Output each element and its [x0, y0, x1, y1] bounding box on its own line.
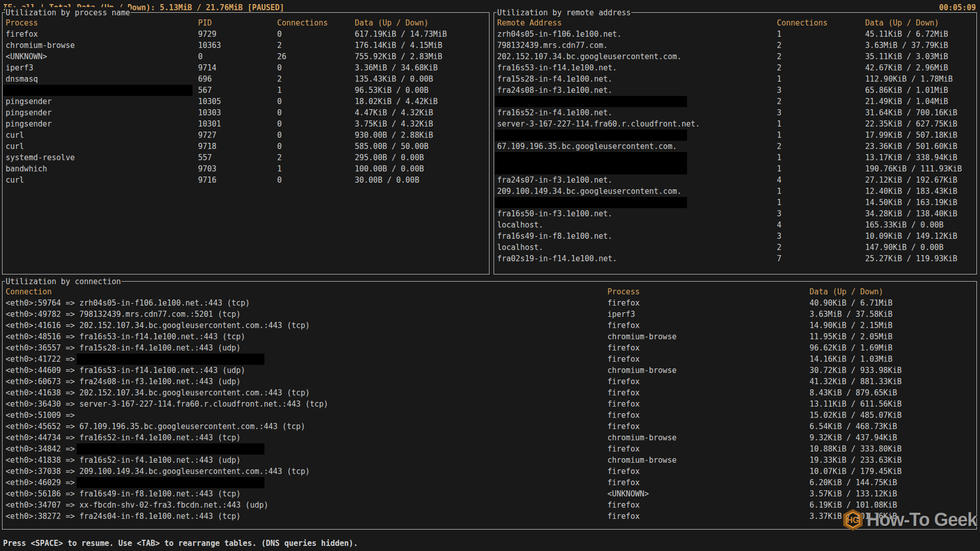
data-up-down: 14.90KiB / 2.15MiB [810, 320, 976, 331]
pid-value: 9727 [198, 130, 277, 141]
redaction-box [77, 477, 264, 488]
table-row: pingsender1030103.75KiB / 4.32KiB [3, 118, 489, 130]
column-header-data: Data (Up / Down) [865, 17, 976, 29]
process-name: firefox [607, 410, 810, 421]
data-up-down: 11.95KiB / 2.05MiB [810, 331, 976, 342]
data-up-down: 585.00B / 50.00B [355, 141, 489, 152]
data-up-down: 96.53KiB / 0.00B [355, 85, 489, 96]
remote-address: localhost. [497, 242, 777, 253]
pid-value: 9716 [198, 174, 277, 186]
terminal-screen[interactable]: IF: all | Total Data (Up / Down): 5.13Mi… [0, 0, 980, 551]
connection-endpoint: <eth0>:60673 => fra24s08-in-f3.1e100.net… [6, 376, 607, 387]
connections-count: 7 [777, 253, 865, 264]
table-row: <eth0>:59764 => zrh04s05-in-f106.1e100.n… [3, 297, 976, 309]
connection-endpoint: <eth0>:44609 => fra16s53-in-f14.1e100.ne… [6, 365, 607, 376]
column-header-data: Data (Up / Down) [810, 286, 976, 297]
connection-endpoint: <eth0>:36557 => fra15s28-in-f4.1e100.net… [6, 342, 607, 354]
data-up-down: 25.27KiB / 119.93KiB [865, 253, 976, 264]
connections-count: 2 [277, 73, 355, 85]
table-row: 567196.53KiB / 0.00B [3, 85, 489, 96]
process-name: chromium-browse [607, 432, 810, 443]
panel-connection-utilization: Utilization by connection Connection Pro… [2, 281, 977, 530]
connections-count: 2 [277, 40, 355, 51]
connection-table-header: Connection Process Data (Up / Down) [3, 286, 976, 297]
process-name: firefox [607, 466, 810, 477]
connection-endpoint: <eth0>:45652 => 67.109.196.35.bc.googleu… [6, 421, 607, 432]
pid-value: 0 [198, 51, 277, 62]
remote-address: 67.109.196.35.bc.googleusercontent.com. [497, 141, 777, 152]
table-row: 113.17KiB / 338.94KiB [494, 152, 976, 163]
pid-value: 10305 [198, 96, 277, 107]
connections-count: 3 [777, 85, 865, 96]
table-row: <eth0>:44609 => fra16s53-in-f14.1e100.ne… [3, 365, 976, 376]
connections-count: 0 [277, 62, 355, 73]
table-row: 202.152.107.34.bc.googleusercontent.com.… [494, 51, 976, 62]
redaction-box [495, 130, 687, 141]
panel-title-remote: Utilization by remote address [497, 7, 631, 18]
process-name: firefox [607, 297, 810, 309]
table-row: <eth0>:34842 =>firefox10.88KiB / 333.80K… [3, 443, 976, 455]
remote-address: fra02s19-in-f14.1e100.net. [497, 253, 777, 264]
table-row: fra16s49-in-f8.1e100.net.310.09KiB / 149… [494, 231, 976, 242]
remote-address: fra15s28-in-f4.1e100.net. [497, 73, 777, 85]
connections-count: 4 [777, 219, 865, 231]
process-name: firefox [607, 354, 810, 365]
process-name: firefox [607, 387, 810, 398]
process-name: iperf3 [607, 309, 810, 320]
connection-endpoint: <eth0>:41638 => 202.152.107.34.bc.google… [6, 387, 607, 398]
table-row: 114.50KiB / 163.19KiB [494, 197, 976, 208]
connection-endpoint: <eth0>:56186 => fra16s49-in-f8.1e100.net… [6, 488, 607, 499]
pid-value: 567 [198, 85, 277, 96]
data-up-down: 34.28KiB / 138.40KiB [865, 208, 976, 219]
table-row: <eth0>:34707 => xx-fbcdn-shv-02-fra3.fbc… [3, 499, 976, 511]
process-name: firefox [607, 499, 810, 511]
table-row: <eth0>:38272 => fra24s04-in-f8.1e100.net… [3, 511, 976, 522]
data-up-down: 135.43KiB / 0.00B [355, 73, 489, 85]
table-row: systemd-resolve5572295.00B / 0.00B [3, 152, 489, 163]
column-header-remote-address: Remote Address [497, 17, 777, 29]
connection-endpoint: <eth0>:48516 => fra16s53-in-f14.1e100.ne… [6, 331, 607, 342]
data-up-down: 41.32KiB / 881.33KiB [810, 376, 976, 387]
pid-value: 10301 [198, 118, 277, 130]
redaction-box [77, 443, 264, 455]
table-row: localhost.4165.33KiB / 0.00B [494, 219, 976, 231]
connections-count: 1 [777, 163, 865, 174]
connections-count: 1 [777, 29, 865, 40]
remote-address: server-3-167-227-114.fra60.r.cloudfront.… [497, 118, 777, 130]
redaction-box [495, 152, 687, 163]
connections-count: 1 [277, 163, 355, 174]
process-name: dnsmasq [6, 73, 198, 85]
table-row: <eth0>:51009 =>firefox15.02KiB / 485.07K… [3, 410, 976, 421]
connections-count: 3 [777, 208, 865, 219]
process-name: firefox [607, 320, 810, 331]
data-up-down: 3.57KiB / 133.12KiB [810, 488, 976, 499]
process-name: <UNKNOWN> [6, 51, 198, 62]
data-up-down: 930.00B / 2.88KiB [355, 130, 489, 141]
table-row: fra24s07-in-f3.1e100.net.427.12KiB / 192… [494, 174, 976, 186]
data-up-down: 30.72KiB / 933.98KiB [810, 365, 976, 376]
process-name: curl [6, 130, 198, 141]
data-up-down: 100.00B / 0.00B [355, 163, 489, 174]
table-row: fra16s50-in-f3.1e100.net.334.28KiB / 138… [494, 208, 976, 219]
connection-endpoint: <eth0>:49782 => 798132439.mrs.cdn77.com.… [6, 309, 607, 320]
data-up-down: 12.40KiB / 183.43KiB [865, 186, 976, 197]
connections-count: 2 [777, 40, 865, 51]
column-header-connections: Connections [777, 17, 865, 29]
column-header-connection: Connection [6, 286, 607, 297]
connection-endpoint: <eth0>:38272 => fra24s04-in-f8.1e100.net… [6, 511, 607, 522]
data-up-down: 13.17KiB / 338.94KiB [865, 152, 976, 163]
connections-count: 0 [277, 96, 355, 107]
table-row: <eth0>:41722 =>firefox14.16KiB / 1.03MiB [3, 354, 976, 365]
table-row: <eth0>:46029 =>firefox6.20KiB / 144.75Ki… [3, 477, 976, 488]
connections-count: 26 [277, 51, 355, 62]
table-row: curl97270930.00B / 2.88KiB [3, 130, 489, 141]
elapsed-time-clock: 00:05:09 [939, 2, 976, 13]
table-row: <UNKNOWN>026755.92KiB / 2.83MiB [3, 51, 489, 62]
connection-endpoint: <eth0>:59764 => zrh04s05-in-f106.1e100.n… [6, 297, 607, 309]
data-up-down: 3.63MiB / 37.79KiB [865, 40, 976, 51]
table-row: 1190.76KiB / 111.93KiB [494, 163, 976, 174]
remote-address: fra16s52-in-f4.1e100.net. [497, 107, 777, 118]
connection-endpoint: <eth0>:36430 => server-3-167-227-114.fra… [6, 398, 607, 410]
data-up-down: 10.88KiB / 333.80KiB [810, 443, 976, 455]
process-table-rows: firefox97290617.19KiB / 14.73MiBchromium… [3, 29, 489, 186]
